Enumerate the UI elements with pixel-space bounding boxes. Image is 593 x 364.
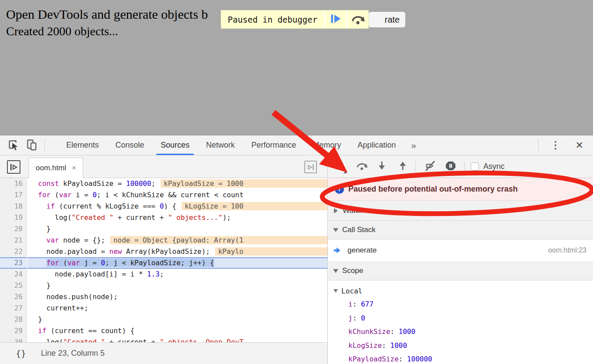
- line-number-19[interactable]: 19: [0, 212, 27, 223]
- step-out-button[interactable]: [395, 159, 410, 174]
- step-into-icon: [376, 160, 387, 173]
- tab-memory[interactable]: Memory: [304, 135, 349, 155]
- pretty-print-button[interactable]: {}: [16, 348, 26, 359]
- code-line-29[interactable]: if (current == count) {: [27, 325, 327, 337]
- scope-variables: i: 677j: 0kChunkSize: 1000kLogSize: 1000…: [328, 297, 593, 364]
- watch-section-header[interactable]: Watch: [328, 201, 593, 221]
- chevron-down-icon: [334, 289, 338, 293]
- scope-variable-kChunkSize: kChunkSize: 1000: [328, 325, 593, 339]
- call-stack-label: Call Stack: [342, 226, 376, 234]
- inspect-cursor-icon: [7, 138, 20, 153]
- generate-button[interactable]: rate: [368, 11, 406, 28]
- close-devtools-icon[interactable]: ✕: [572, 140, 593, 151]
- deactivate-breakpoints-button[interactable]: [423, 159, 438, 174]
- overlay-resume-button[interactable]: [325, 10, 346, 28]
- tab-performance[interactable]: Performance: [243, 135, 304, 155]
- devtools-panel: ElementsConsoleSourcesNetworkPerformance…: [0, 135, 593, 364]
- line-number-23[interactable]: 23: [0, 257, 27, 269]
- line-number-29[interactable]: 29: [0, 325, 27, 337]
- main-toolbar: ElementsConsoleSourcesNetworkPerformance…: [0, 135, 593, 155]
- scope-variable-kLogSize: kLogSize: 1000: [328, 339, 593, 353]
- resume-icon: [329, 12, 342, 27]
- chevron-right-icon: [334, 208, 338, 213]
- line-number-28[interactable]: 28: [0, 314, 27, 325]
- call-stack-frame[interactable]: generateoom.html:23: [328, 239, 593, 262]
- file-tab-close-icon[interactable]: ×: [72, 164, 76, 172]
- editor-pane: oom.html × 16171819202122232425262728293…: [0, 155, 328, 364]
- long-press-indicator: [344, 170, 347, 173]
- line-number-27[interactable]: 27: [0, 303, 27, 314]
- code-line-16[interactable]: const kPayloadSize = 100000;kPayloadSize…: [27, 178, 327, 189]
- toolbar-right-controls: ⋮ ✕: [538, 135, 593, 155]
- inline-eval-hint: kPaylo: [215, 247, 327, 256]
- code-line-18[interactable]: if (current % kLogSize === 0) {kLogSize …: [27, 201, 327, 212]
- scope-local-row[interactable]: Local: [328, 284, 593, 297]
- code-line-24[interactable]: node.payload[i] = i * 1.3;: [27, 269, 327, 280]
- code-line-27[interactable]: current++;: [27, 303, 327, 314]
- line-number-22[interactable]: 22: [0, 246, 27, 257]
- call-stack-list: generateoom.html:23: [328, 239, 593, 262]
- paused-overlay-label: Paused in debugger: [221, 10, 324, 28]
- step-over-button[interactable]: [354, 159, 369, 174]
- line-number-30[interactable]: 30: [0, 337, 27, 342]
- tab-console[interactable]: Console: [107, 135, 152, 155]
- inline-eval-hint: kLogSize = 100: [182, 202, 327, 210]
- watch-label: Watch: [343, 206, 364, 215]
- call-stack-section-header[interactable]: Call Stack: [328, 221, 593, 239]
- show-navigator-icon[interactable]: [7, 160, 20, 174]
- frame-location: oom.html:23: [548, 246, 586, 254]
- file-tab-oom-html[interactable]: oom.html ×: [29, 158, 83, 178]
- devtools-tabs: ElementsConsoleSourcesNetworkPerformance…: [58, 135, 404, 155]
- code-lines: const kPayloadSize = 100000;kPayloadSize…: [27, 178, 327, 342]
- code-area[interactable]: 161718192021222324252627282930 const kPa…: [0, 178, 327, 342]
- execution-highlight: for (var j = 0; j < kPayloadSize; j++) {: [47, 259, 214, 267]
- async-checkbox[interactable]: [471, 162, 479, 171]
- line-number-24[interactable]: 24: [0, 269, 27, 280]
- code-line-21[interactable]: var node = {};node = Object {payload: Ar…: [27, 235, 327, 246]
- code-line-22[interactable]: node.payload = new Array(kPayloadSize);k…: [27, 246, 327, 257]
- code-line-17[interactable]: for (var i = 0; i < kChunkSize && curren…: [27, 189, 327, 201]
- line-number-17[interactable]: 17: [0, 189, 27, 201]
- code-line-26[interactable]: nodes.push(node);: [27, 291, 327, 303]
- code-line-25[interactable]: }: [27, 280, 327, 291]
- tab-application[interactable]: Application: [349, 135, 404, 155]
- toggle-debugger-sidebar-icon[interactable]: [304, 161, 317, 173]
- pause-on-exceptions-button[interactable]: [443, 159, 458, 174]
- line-col-status: Line 23, Column 5: [41, 349, 104, 358]
- paused-in-debugger-overlay: Paused in debugger: [221, 10, 369, 29]
- tab-network[interactable]: Network: [198, 135, 243, 155]
- line-number-gutter: 161718192021222324252627282930: [0, 178, 27, 342]
- scope-body: Local i: 677j: 0kChunkSize: 1000kLogSize…: [328, 280, 593, 364]
- step-over-icon: [350, 11, 365, 28]
- line-number-21[interactable]: 21: [0, 235, 27, 246]
- page-heading: Open DevTools and generate objects b: [6, 7, 208, 22]
- inspect-element-button[interactable]: [6, 138, 20, 152]
- info-icon: i: [335, 185, 344, 194]
- code-line-23[interactable]: for (var j = 0; j < kPayloadSize; j++) {: [27, 257, 327, 269]
- toolbar-divider: [415, 161, 416, 172]
- step-into-button[interactable]: [374, 159, 389, 174]
- code-line-30[interactable]: log("Created " + current + " objects. Op…: [27, 337, 327, 342]
- tab-sources[interactable]: Sources: [152, 135, 198, 155]
- resume-button[interactable]: [332, 159, 347, 174]
- code-line-20[interactable]: }: [27, 223, 327, 235]
- tab-elements[interactable]: Elements: [58, 135, 107, 155]
- toggle-device-toolbar-button[interactable]: [24, 138, 38, 152]
- code-line-28[interactable]: }: [27, 314, 327, 325]
- line-number-18[interactable]: 18: [0, 201, 27, 212]
- file-tab-label: oom.html: [36, 164, 66, 172]
- more-options-icon[interactable]: ⋮: [539, 139, 572, 151]
- line-number-16[interactable]: 16: [0, 178, 27, 189]
- toolbar-divider: [44, 140, 45, 151]
- device-toolbar-icon: [25, 138, 38, 153]
- file-tab-bar: oom.html ×: [0, 155, 327, 178]
- overlay-step-over-button[interactable]: [347, 10, 368, 28]
- line-number-25[interactable]: 25: [0, 280, 27, 291]
- line-number-26[interactable]: 26: [0, 291, 27, 303]
- more-tabs-chevron[interactable]: »: [404, 140, 423, 151]
- inline-eval-hint: node = Object {payload: Array(1: [110, 236, 327, 244]
- scope-section-header[interactable]: Scope: [328, 262, 593, 280]
- line-number-20[interactable]: 20: [0, 223, 27, 235]
- code-line-19[interactable]: log("Created " + current + " objects..."…: [27, 212, 327, 223]
- page-area: Open DevTools and generate objects b Cre…: [0, 0, 593, 135]
